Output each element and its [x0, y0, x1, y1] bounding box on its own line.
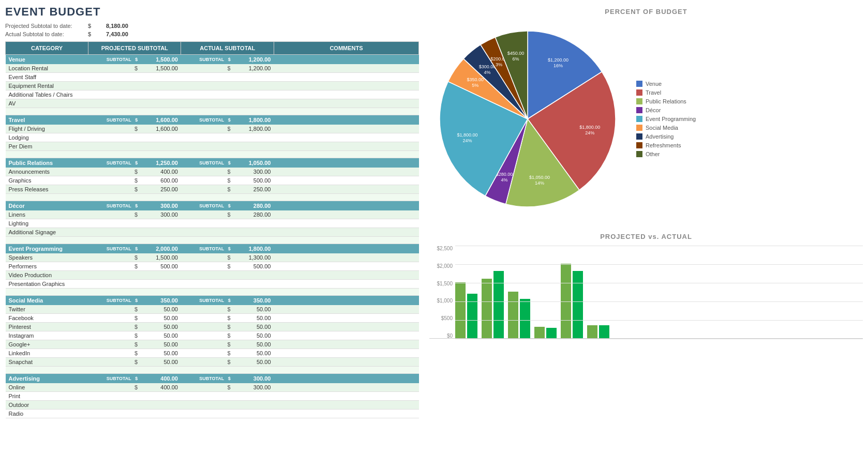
left-panel: EVENT BUDGET Projected Subtotal to date:…: [5, 5, 419, 464]
row-proj-dollar: $: [88, 64, 140, 73]
section-name-venue: Venue: [6, 55, 88, 65]
section-act-label-adv: SUBTOTAL $: [181, 374, 233, 384]
row-act-amount: 300.00: [233, 383, 274, 392]
row-act-amount: 300.00: [233, 168, 274, 176]
row-act-amount: [233, 280, 274, 289]
row-proj-amount: 400.00: [140, 383, 181, 392]
data-row: Google+ $ 50.00 $ 50.00: [6, 340, 419, 349]
row-name: Snapchat: [6, 358, 88, 367]
row-proj-amount: [140, 367, 181, 374]
pie-chart-svg: $1,200.0016%$1,800.0024%$1,050.0014%$280…: [429, 21, 626, 217]
row-proj-dollar: [88, 401, 140, 410]
pie-label-pct: 14%: [535, 180, 544, 186]
data-row: Facebook $ 50.00 $ 50.00: [6, 314, 419, 323]
row-act-amount: 500.00: [233, 176, 274, 185]
data-row: Press Releases $ 250.00 $ 250.00: [6, 185, 419, 194]
row-comment: [274, 392, 419, 401]
row-comment: [274, 253, 419, 262]
row-act-dollar: $: [181, 176, 233, 185]
legend-color: [636, 81, 642, 87]
row-act-dollar: [181, 280, 233, 289]
row-comment: [274, 82, 419, 90]
row-name: Additional Tables / Chairs: [6, 90, 88, 99]
row-name: Twitter: [6, 305, 88, 314]
section-header-venue: Venue SUBTOTAL $ 1,500.00 SUBTOTAL $ 1,2…: [6, 55, 419, 65]
row-proj-dollar: [88, 194, 140, 201]
actual-value: 7,430.00: [106, 31, 128, 37]
row-act-amount: [233, 99, 274, 108]
row-comment: [274, 133, 419, 142]
section-act-label-ep: SUBTOTAL $: [181, 244, 233, 254]
data-row: Location Rental $ 1,500.00 $ 1,200.00: [6, 64, 419, 73]
row-name: Flight / Driving: [6, 125, 88, 133]
legend-color: [636, 125, 642, 131]
legend-item-décor: Décor: [636, 107, 696, 113]
row-act-amount: 50.00: [233, 358, 274, 367]
data-row: Speakers $ 1,500.00 $ 1,300.00: [6, 253, 419, 262]
row-comment: [274, 367, 419, 374]
row-name: Equipment Rental: [6, 82, 88, 90]
row-act-amount: 50.00: [233, 314, 274, 323]
grid-line: [455, 339, 863, 339]
row-name: Instagram: [6, 331, 88, 340]
row-name: Per Diem: [6, 142, 88, 151]
row-act-dollar: $: [181, 168, 233, 176]
row-act-dollar: [181, 194, 233, 201]
row-act-dollar: [181, 228, 233, 237]
section-proj-label-adv: SUBTOTAL $: [88, 374, 140, 384]
row-act-amount: 1,800.00: [233, 125, 274, 133]
row-act-dollar: [181, 133, 233, 142]
row-comment: [274, 90, 419, 99]
row-comment: [274, 340, 419, 349]
row-name: Pinterest: [6, 323, 88, 331]
pie-label-pct: 5%: [472, 83, 478, 88]
legend-color: [636, 151, 642, 157]
row-name: Press Releases: [6, 185, 88, 194]
row-act-amount: [233, 108, 274, 115]
row-act-amount: [233, 289, 274, 296]
row-proj-dollar: [88, 280, 140, 289]
data-row: Instagram $ 50.00 $ 50.00: [6, 331, 419, 340]
section-act-amount-travel: 1,800.00: [233, 115, 274, 125]
row-act-amount: 50.00: [233, 323, 274, 331]
legend-color: [636, 107, 642, 113]
row-act-amount: [233, 228, 274, 237]
row-proj-dollar: $: [88, 125, 140, 133]
row-proj-amount: 50.00: [140, 331, 181, 340]
row-act-amount: [233, 133, 274, 142]
row-act-dollar: [181, 108, 233, 115]
row-act-dollar: [181, 90, 233, 99]
row-proj-amount: [140, 73, 181, 82]
section-header-adv: Advertising SUBTOTAL $ 400.00 SUBTOTAL $…: [6, 374, 419, 384]
section-act-label-pr: SUBTOTAL $: [181, 158, 233, 168]
pie-chart-container: $1,200.0016%$1,800.0024%$1,050.0014%$280…: [429, 21, 863, 217]
legend-label: Venue: [646, 81, 662, 87]
section-comments-venue: [274, 55, 419, 65]
row-name: AV: [6, 99, 88, 108]
row-name: Radio: [6, 410, 88, 418]
data-row: [6, 289, 419, 296]
data-row: AV: [6, 99, 419, 108]
row-proj-dollar: $: [88, 176, 140, 185]
row-comment: [274, 185, 419, 194]
row-name: [6, 108, 88, 115]
section-comments-adv: [274, 374, 419, 384]
row-proj-amount: [140, 401, 181, 410]
row-proj-amount: 1,500.00: [140, 253, 181, 262]
data-row: Twitter $ 50.00 $ 50.00: [6, 305, 419, 314]
row-act-dollar: [181, 73, 233, 82]
row-name: Online: [6, 383, 88, 392]
row-comment: [274, 125, 419, 133]
row-act-amount: 250.00: [233, 185, 274, 194]
section-comments-pr: [274, 158, 419, 168]
pie-label-amount: $1,200.00: [548, 57, 568, 63]
actual-summary-row: Actual Subtotal to date: $ 7,430.00: [5, 31, 419, 37]
section-proj-amount-venue: 1,500.00: [140, 55, 181, 65]
section-act-amount-ep: 1,800.00: [233, 244, 274, 254]
row-comment: [274, 289, 419, 296]
section-proj-label-venue: SUBTOTAL $: [88, 55, 140, 65]
pie-label-amount: $1,800.00: [457, 132, 478, 138]
row-proj-amount: 50.00: [140, 305, 181, 314]
row-comment: [274, 271, 419, 280]
row-name: Presentation Graphics: [6, 280, 88, 289]
